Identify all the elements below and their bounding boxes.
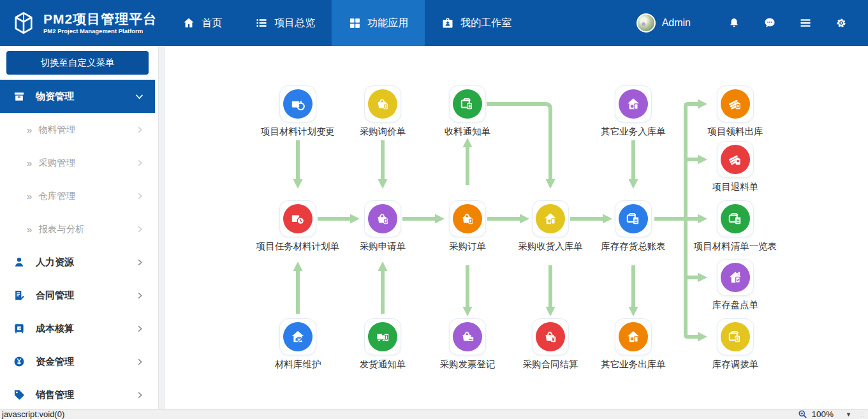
flow-node-0[interactable]	[279, 85, 316, 122]
flow-node-5[interactable]	[717, 141, 754, 178]
sidebar-subitem-label: 报表与分析	[38, 223, 85, 235]
sidebar-subitem-label: 物料管理	[38, 124, 75, 136]
sidebar-subitem-0-0[interactable]: »物料管理	[0, 113, 155, 146]
zoom-level[interactable]: 100%	[812, 409, 834, 419]
flow-node-18[interactable]	[717, 318, 754, 355]
status-bar: javascript:void(0) 100% ▼ ∙∙∙∙	[0, 409, 868, 419]
gear-icon[interactable]	[823, 17, 859, 29]
archive-icon	[13, 90, 26, 103]
flow-node-13[interactable]	[279, 318, 316, 355]
flow-node-16[interactable]	[532, 318, 569, 355]
grid-icon	[348, 17, 361, 29]
zoom-magnifier-icon[interactable]	[798, 409, 807, 419]
flow-arrows	[165, 46, 868, 409]
chat-icon[interactable]	[752, 17, 788, 29]
flow-node-6[interactable]	[279, 200, 316, 237]
flow-node-1[interactable]	[364, 85, 401, 122]
sidebar-group-label: 人力资源	[36, 256, 74, 268]
house-out-icon	[619, 322, 648, 351]
yuan-icon	[13, 355, 26, 368]
flow-node-label: 库存存货总账表	[579, 240, 688, 253]
chevron-right-icon	[136, 358, 143, 365]
sidebar-group-label: 物资管理	[36, 91, 74, 103]
flow-node-15[interactable]	[449, 318, 486, 355]
bell-icon[interactable]	[716, 17, 752, 29]
tag-icon	[13, 388, 26, 401]
sidebar-group-2[interactable]: 合同管理	[0, 279, 155, 312]
sidebar: 切换至自定义菜单 物资管理»物料管理»采购管理»仓库管理»报表与分析人力资源合同…	[0, 46, 155, 409]
switch-menu-button[interactable]: 切换至自定义菜单	[6, 51, 149, 75]
sidebar-group-5[interactable]: 销售管理	[0, 378, 155, 409]
flow-node-17[interactable]	[615, 318, 652, 355]
basket-tag-icon	[453, 204, 482, 233]
user-name[interactable]: Admin	[662, 17, 691, 29]
box-clock-icon	[283, 204, 313, 233]
flow-node-8[interactable]	[449, 200, 486, 237]
badge-icon	[441, 17, 454, 29]
flow-node-2[interactable]	[449, 85, 486, 122]
navbar-right: Admin	[636, 0, 868, 46]
house-check-icon	[721, 263, 750, 292]
chevron-right-icon	[136, 325, 143, 332]
sidebar-subitem-label: 仓库管理	[38, 190, 75, 202]
chevron-right-icon	[136, 392, 143, 399]
menu-icon[interactable]	[788, 17, 823, 29]
nav-item-0[interactable]: 首页	[166, 0, 239, 46]
user-avatar[interactable]	[636, 13, 656, 33]
flow-node-label: 项目退料单	[681, 181, 790, 193]
sidebar-subitem-0-2[interactable]: »仓库管理	[0, 179, 155, 212]
basket-money-icon	[536, 322, 565, 351]
flow-node-label: 库存盘点单	[681, 299, 790, 311]
chevron-right-icon	[136, 126, 143, 133]
flow-node-11[interactable]	[717, 200, 754, 237]
house-in-icon	[619, 89, 648, 119]
safe-icon	[13, 322, 26, 335]
sidebar-subitem-0-1[interactable]: »采购管理	[0, 146, 155, 179]
vertical-scrollbar[interactable]	[158, 46, 165, 409]
flow-node-label: 项目领料出库	[681, 126, 790, 138]
basket-card-icon	[453, 322, 482, 351]
flow-node-label: 其它业务出库单	[579, 358, 688, 371]
nav-item-2[interactable]: 功能应用	[332, 0, 425, 46]
flow-node-4[interactable]	[717, 85, 754, 122]
sidebar-group-4[interactable]: 资金管理	[0, 345, 155, 378]
flow-node-9[interactable]	[532, 200, 569, 237]
nav-item-1[interactable]: 项目总览	[239, 0, 332, 46]
sidebar-group-label: 资金管理	[36, 356, 74, 368]
zoom-dropdown-caret[interactable]: ▼	[846, 411, 851, 418]
contract-icon	[13, 289, 26, 302]
flow-node-12[interactable]	[717, 259, 754, 296]
box-tag-icon	[721, 322, 750, 351]
flow-node-label: 其它业务入库单	[579, 126, 688, 138]
person-icon	[13, 256, 26, 268]
chevron-right-icon	[136, 159, 143, 166]
sidebar-group-3[interactable]: 成本核算	[0, 312, 155, 345]
box-refresh-icon	[283, 89, 313, 119]
flow-node-label: 收料通知单	[413, 126, 522, 138]
chevron-right-icon	[136, 259, 143, 266]
flow-node-label: 库存调拨单	[681, 358, 790, 371]
flow-node-7[interactable]	[364, 200, 401, 237]
status-link-text: javascript:void(0)	[0, 409, 64, 419]
double-chevron-icon: »	[27, 124, 32, 135]
flow-node-3[interactable]	[615, 85, 652, 122]
sidebar-group-0[interactable]: 物资管理	[0, 80, 155, 113]
truck-doc-icon	[368, 322, 397, 351]
nav-item-3[interactable]: 我的工作室	[425, 0, 528, 46]
pipes-x-icon	[721, 145, 750, 174]
sidebar-group-label: 成本核算	[36, 323, 74, 335]
box-doc-icon	[619, 204, 648, 233]
navbar-tools	[716, 17, 859, 29]
house-in-icon	[536, 204, 565, 233]
sidebar-subitem-0-3[interactable]: »报表与分析	[0, 212, 155, 246]
app-logo[interactable]: PM2项目管理平台 PM2 Project Management Platfor…	[0, 0, 166, 46]
chevron-right-icon	[136, 292, 143, 299]
resize-grip: ∙∙∙∙	[860, 411, 867, 418]
flow-node-14[interactable]	[364, 318, 401, 355]
box-doc-icon	[721, 204, 750, 233]
list-icon	[255, 17, 268, 29]
sidebar-group-1[interactable]: 人力资源	[0, 246, 155, 279]
double-chevron-icon: »	[27, 158, 32, 168]
flow-node-10[interactable]	[615, 200, 652, 237]
app-subtitle: PM2 Project Management Platform	[43, 28, 157, 34]
